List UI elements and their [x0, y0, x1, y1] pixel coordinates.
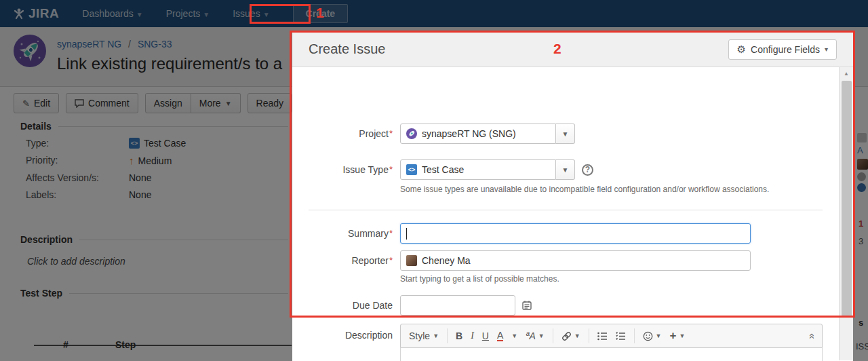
- rich-text-toolbar: Style ▼ B I U A ▼ ªA ▼: [400, 324, 823, 348]
- emoji-icon: [643, 331, 653, 341]
- more-formatting-label: ªA: [526, 330, 536, 341]
- annotation-number-1: 1: [316, 5, 324, 21]
- underline-button[interactable]: U: [482, 330, 489, 341]
- toolbar-list-group: [589, 328, 634, 343]
- toolbar-link-group: ▼: [553, 328, 589, 343]
- chevron-down-icon[interactable]: ▼: [511, 332, 517, 339]
- plus-icon: +: [670, 329, 677, 343]
- toolbar-insert-group: ▼ + ▼: [634, 328, 694, 343]
- more-formatting-dropdown[interactable]: ªA ▼: [526, 330, 544, 341]
- chevron-down-icon: ▼: [574, 332, 580, 339]
- style-dropdown[interactable]: Style ▼: [409, 330, 439, 341]
- link-dropdown[interactable]: ▼: [561, 331, 580, 341]
- annotation-box-1: [250, 4, 311, 24]
- toolbar-format-group: B I U A ▼ ªA ▼: [447, 328, 553, 343]
- chevron-down-icon: ▼: [538, 332, 545, 339]
- annotation-box-2: [290, 31, 855, 318]
- emoji-dropdown[interactable]: ▼: [643, 331, 662, 341]
- description-field-row: Description Style ▼ B I U A ▼: [292, 324, 823, 348]
- description-editor-area[interactable]: [400, 348, 823, 361]
- bullet-list-icon[interactable]: [597, 332, 608, 341]
- italic-button[interactable]: I: [471, 330, 474, 341]
- numbered-list-icon[interactable]: [616, 332, 626, 341]
- chevron-down-icon: ▼: [656, 332, 662, 339]
- style-dropdown-label: Style: [409, 330, 430, 341]
- chevron-down-icon: ▼: [433, 332, 439, 339]
- text-color-button[interactable]: A: [497, 331, 503, 341]
- bold-button[interactable]: B: [456, 330, 462, 341]
- toolbar-style-group: Style ▼: [408, 328, 447, 343]
- description-label: Description: [292, 330, 393, 341]
- insert-more-dropdown[interactable]: + ▼: [670, 329, 686, 343]
- annotation-number-2: 2: [553, 41, 561, 57]
- chevron-down-icon: ▼: [679, 332, 685, 339]
- link-icon: [561, 331, 572, 341]
- collapse-toolbar-icon[interactable]: «: [806, 333, 818, 339]
